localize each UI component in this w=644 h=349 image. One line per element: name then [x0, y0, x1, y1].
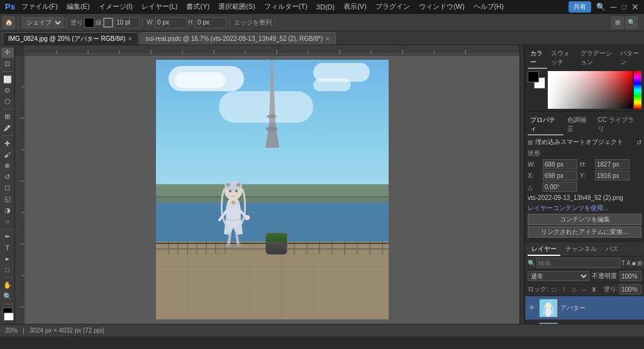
share-button[interactable]: 共有: [569, 1, 591, 13]
layer-type-icon[interactable]: T: [621, 258, 625, 268]
w-input[interactable]: [543, 159, 577, 169]
svg-marker-25: [269, 61, 275, 123]
layer-background-thumb-inner: [540, 323, 557, 324]
lock-artboard-btn[interactable]: ◇: [570, 285, 579, 294]
color-gradient[interactable]: [548, 71, 633, 109]
x-input[interactable]: [543, 170, 577, 180]
menu-view[interactable]: 表示(V): [341, 2, 369, 11]
fill-color[interactable]: [84, 18, 94, 28]
tab-gradient[interactable]: グラデーション: [578, 48, 616, 69]
angle-input[interactable]: [543, 182, 577, 192]
maximize-button[interactable]: □: [622, 3, 626, 11]
menu-select[interactable]: 選択範囲(S): [216, 2, 258, 11]
layers-search-input[interactable]: [536, 258, 620, 268]
path-select-tool[interactable]: ▸: [1, 254, 14, 264]
content-edit-btn[interactable]: コンテンツを編集: [528, 214, 641, 225]
layers-tab-paths[interactable]: パス: [602, 243, 622, 256]
tool-mode-select[interactable]: シェイプ: [22, 17, 64, 28]
arrange-button[interactable]: ⊞: [611, 16, 624, 29]
search-icon[interactable]: 🔍: [596, 3, 606, 11]
menu-file[interactable]: ファイル(F): [19, 2, 60, 11]
home-button[interactable]: 🏠: [3, 16, 15, 29]
move-tool[interactable]: ✛: [1, 48, 14, 58]
menu-filter[interactable]: フィルター(T): [262, 2, 310, 11]
layers-options: 通常 不透明度: [525, 270, 644, 283]
tab-1-close[interactable]: ✕: [325, 36, 330, 42]
pen-tool[interactable]: ✒: [1, 231, 14, 241]
layer-avatar[interactable]: 👁 アバター: [525, 296, 644, 320]
tab-0-close[interactable]: ✕: [128, 36, 133, 42]
h-label: H:: [580, 161, 592, 168]
lock-all-btn[interactable]: ♜: [590, 285, 599, 294]
tab-adjustments[interactable]: 色調補正: [565, 114, 594, 135]
y-input[interactable]: [595, 170, 630, 180]
marquee-tool[interactable]: ⬜: [1, 74, 14, 84]
fill-input[interactable]: [619, 284, 641, 294]
lasso-tool[interactable]: ⊙: [1, 86, 14, 96]
width-input[interactable]: [155, 17, 187, 28]
menu-plugins[interactable]: プラグイン: [373, 2, 413, 11]
shape-tool[interactable]: □: [1, 265, 14, 275]
search-button[interactable]: 🔍: [625, 16, 638, 29]
opacity-input[interactable]: [619, 271, 641, 281]
menu-3d[interactable]: 3D(D): [314, 3, 337, 11]
menu-help[interactable]: ヘルプ(H): [471, 2, 506, 11]
tab-cc-libraries[interactable]: CC ライブラリ: [596, 114, 641, 135]
tab-properties[interactable]: プロパティ: [528, 114, 564, 135]
fg-swatch[interactable]: [528, 71, 539, 82]
layer-color-icon[interactable]: ■: [632, 258, 636, 268]
hand-tool[interactable]: ✋: [1, 280, 14, 291]
background-color-swatch[interactable]: [4, 313, 14, 321]
fg-bg-swatches[interactable]: [528, 71, 545, 89]
zoom-tool[interactable]: 🔍: [1, 292, 14, 302]
object-select-tool[interactable]: ⬡: [1, 97, 14, 107]
stroke-width-input[interactable]: [114, 17, 140, 28]
text-tool[interactable]: T: [1, 243, 14, 253]
layer-link[interactable]: レイヤーコンテンツを使用...: [528, 202, 641, 214]
crop-tool[interactable]: ⊞: [1, 112, 14, 122]
menu-layer[interactable]: レイヤー(L): [139, 2, 180, 11]
healing-tool[interactable]: ✚: [1, 138, 14, 148]
height-input[interactable]: [196, 17, 227, 28]
linked-btn[interactable]: リンクされたアイテムに変換...: [528, 226, 641, 238]
brush-tool[interactable]: 🖌: [1, 150, 14, 160]
reset-icon[interactable]: ↺: [636, 139, 641, 146]
h-input[interactable]: [595, 159, 630, 169]
artboard-tool[interactable]: ⊡: [1, 59, 14, 69]
canvas-area[interactable]: [15, 45, 519, 324]
blur-tool[interactable]: ◑: [1, 205, 14, 215]
menu-window[interactable]: ウィンドウ(W): [416, 2, 467, 11]
color-spectrum[interactable]: [634, 71, 641, 109]
panel-drag[interactable]: [519, 45, 525, 324]
lock-paint-btn[interactable]: /: [560, 285, 569, 294]
layer-avatar-lock: [634, 304, 641, 312]
menu-edit[interactable]: 編集(E): [64, 2, 92, 11]
tab-pattern[interactable]: パターン: [618, 48, 641, 69]
close-button[interactable]: ✕: [631, 2, 639, 12]
gradient-tool[interactable]: ◱: [1, 194, 14, 204]
tab-color[interactable]: カラー: [528, 48, 547, 69]
dodge-tool[interactable]: ○: [1, 216, 14, 226]
minimize-button[interactable]: ─: [611, 2, 617, 12]
tab-0[interactable]: IMG_0824.jpg @ 20% (アバター RGB/8#) ✕: [3, 32, 138, 45]
lock-position-btn[interactable]: ↔: [580, 285, 589, 294]
tab-1[interactable]: sui-real.psdc @ 16.7% (vts-2022-09-13_13…: [140, 32, 336, 45]
layer-background[interactable]: 👁 背景: [525, 320, 644, 324]
layers-tab-channels[interactable]: チャンネル: [562, 243, 601, 256]
tab-swatches[interactable]: スウォッチ: [548, 48, 577, 69]
stamp-tool[interactable]: ⊕: [1, 161, 14, 171]
lock-transparency-btn[interactable]: □: [550, 285, 558, 294]
eyedropper-tool[interactable]: 💉: [1, 123, 14, 133]
layers-tab-layers[interactable]: レイヤー: [528, 243, 560, 256]
menu-format[interactable]: 書式(Y): [184, 2, 212, 11]
layer-avatar-visibility[interactable]: 👁: [528, 304, 536, 313]
eraser-tool[interactable]: ◻: [1, 183, 14, 193]
layer-smart-icon[interactable]: ⊞: [637, 258, 642, 268]
menu-image[interactable]: イメージ(I): [96, 2, 135, 11]
layer-attr-icon[interactable]: A: [626, 258, 631, 268]
blend-mode-select[interactable]: 通常: [528, 271, 589, 281]
history-brush-tool[interactable]: ↺: [1, 172, 14, 182]
svg-marker-26: [265, 123, 279, 148]
stroke-color[interactable]: [103, 18, 113, 28]
shape-group: シェイプ シェイプ: [22, 17, 67, 28]
